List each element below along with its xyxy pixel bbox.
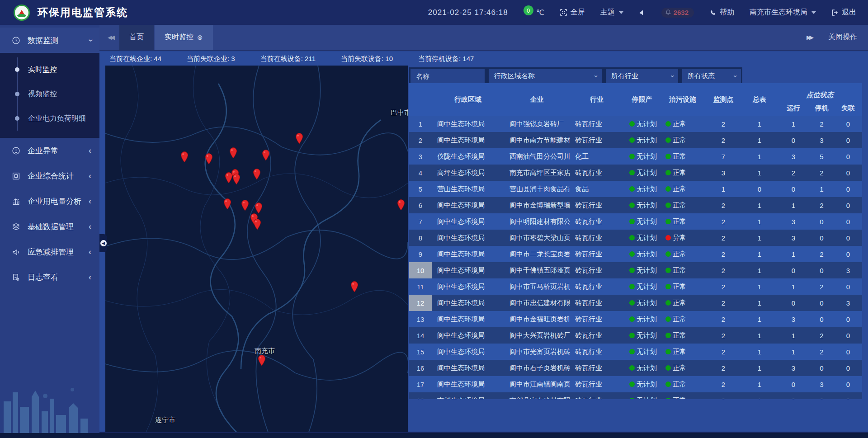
map-location-pin[interactable]	[229, 147, 238, 159]
sidebar-submenu: 实时监控视频监控企业电力负荷明细	[0, 53, 99, 138]
table-row[interactable]: 9阆中生态环境局阆中市二龙长宝页岩砖砖瓦行业无计划正常21120	[409, 246, 862, 262]
cell-company: 阆中市光富页岩机砖厂	[504, 344, 570, 360]
sidebar-subitem-视频监控[interactable]: 视频监控	[0, 82, 99, 106]
log-icon	[12, 273, 20, 282]
table-row[interactable]: 14阆中生态环境局阆中大兴页岩机砖厂砖瓦行业无计划正常21120	[409, 327, 862, 344]
cell-stopped-count: 0	[809, 213, 834, 230]
status-dot-green	[629, 398, 635, 399]
main-content-panel: 当前在线企业: 44当前失联企业: 3当前在线设备: 211当前失联设备: 10…	[99, 51, 868, 432]
cell-running-count: 3	[778, 230, 809, 246]
industry-filter-select[interactable]: 所有行业‹	[606, 69, 678, 83]
cell-offline-count: 3	[834, 262, 862, 278]
cell-production-status: 无计划	[624, 376, 660, 392]
temperature-unit: ℃	[536, 8, 544, 17]
table-row[interactable]: 2阆中生态环境局阆中市南方节能建材有砖瓦行业无计划正常21030	[409, 132, 862, 148]
cell-meter-count: 0	[741, 181, 778, 197]
sidebar-item-企业异常[interactable]: 企业异常‹	[0, 138, 99, 163]
sidebar-item-企业综合统计[interactable]: 企业综合统计‹	[0, 163, 99, 188]
table-row[interactable]: 18南部生态环境局南部县宏泰建材有限公砖瓦行业无计划正常21030	[409, 392, 862, 399]
table-row[interactable]: 10阆中生态环境局阆中千佛镇五郎垭页岩砖瓦行业无计划正常21003	[409, 262, 862, 278]
map-location-pin[interactable]	[241, 199, 250, 211]
table-row[interactable]: 1阆中生态环境局阆中强锐页岩砖厂砖瓦行业无计划正常21120	[409, 116, 862, 132]
cell-region: 阆中生态环境局	[432, 246, 504, 262]
map-location-pin[interactable]	[295, 132, 304, 144]
org-menu[interactable]: 南充市生态环境局	[750, 8, 816, 17]
cell-running-count: 1	[778, 116, 809, 132]
map-location-pin[interactable]	[396, 199, 406, 211]
cell-monitor-count: 2	[705, 376, 741, 392]
map-location-pin[interactable]	[223, 198, 232, 210]
name-filter-input[interactable]	[410, 69, 485, 83]
sidebar-item-应急减排管理[interactable]: 应急减排管理‹	[0, 239, 99, 264]
row-index: 7	[409, 213, 432, 230]
temperature-badge: 0	[524, 5, 533, 15]
table-row[interactable]: 8阆中生态环境局阆中市枣碧大梁山页岩砖瓦行业无计划异常21300	[409, 230, 862, 246]
map-location-pin[interactable]	[252, 168, 261, 180]
cell-meter-count: 1	[741, 311, 778, 327]
logout-button[interactable]: 退出	[831, 8, 856, 17]
row-index: 18	[409, 392, 432, 399]
cell-production-status: 无计划	[624, 197, 660, 213]
stat-当前停机设备: 当前停机设备: 147	[418, 55, 474, 63]
tabs-scroll-right-button[interactable]: ▶▶	[807, 34, 812, 41]
table-row[interactable]: 11阆中生态环境局阆中市五马桥页岩机砖砖瓦行业无计划正常21120	[409, 278, 862, 295]
tab-实时监控[interactable]: 实时监控⊗	[155, 25, 213, 50]
cell-monitor-count: 2	[705, 278, 741, 295]
map-location-pin[interactable]	[261, 149, 270, 161]
tab-close-icon[interactable]: ⊗	[197, 33, 203, 42]
map-location-pin[interactable]	[232, 173, 241, 185]
map-location-pin[interactable]	[257, 354, 266, 366]
table-filters: 行政区域名称‹ 所有行业‹ 所有状态‹	[409, 67, 742, 85]
tab-label: 首页	[129, 33, 144, 42]
header-actions: 2021-02-25 17:46:18 0 ℃ 全屏 主题 2632 帮助 南充…	[428, 8, 868, 18]
table-row[interactable]: 7阆中生态环境局阆中明阳建材有限公司砖瓦行业无计划正常21300	[409, 213, 862, 230]
cell-company: 阆中市二龙长宝页岩砖	[504, 246, 570, 262]
help-button[interactable]: 帮助	[709, 8, 734, 17]
row-index: 3	[409, 148, 432, 165]
tabs-scroll-left-button[interactable]: ◀◀	[99, 25, 119, 50]
table-row[interactable]: 15阆中生态环境局阆中市光富页岩机砖厂砖瓦行业无计划正常21120	[409, 344, 862, 360]
status-label: 正常	[673, 136, 686, 145]
status-label: 无计划	[637, 315, 657, 324]
sound-toggle[interactable]	[639, 9, 646, 16]
table-row[interactable]: 5营山生态环境局营山县润丰肉食品有限食品无计划正常10010	[409, 181, 862, 197]
sidebar-item-企业用电量分析[interactable]: 企业用电量分析‹	[0, 188, 99, 214]
map-location-pin[interactable]	[204, 153, 213, 165]
sidebar-item-基础数据管理[interactable]: 基础数据管理‹	[0, 214, 99, 239]
sidebar-subitem-企业电力负荷明细[interactable]: 企业电力负荷明细	[0, 106, 99, 131]
table-row[interactable]: 17阆中生态环境局阆中市江南镇阆南页岩砖瓦行业无计划正常21030	[409, 376, 862, 392]
fullscreen-button[interactable]: 全屏	[560, 8, 585, 17]
table-row[interactable]: 13阆中生态环境局阆中市金福旺页岩机砖砖瓦行业无计划正常21300	[409, 311, 862, 327]
table-row[interactable]: 3仪陇生态环境局西南油气田分公司川中化工无计划正常71350	[409, 148, 862, 165]
map-location-pin[interactable]	[180, 151, 189, 163]
close-operations-button[interactable]: 关闭操作	[828, 33, 857, 42]
status-filter-select[interactable]: 所有状态‹	[682, 69, 741, 83]
bell-icon	[665, 9, 671, 15]
name-input[interactable]	[416, 72, 479, 80]
cell-offline-count: 0	[834, 213, 862, 230]
sidebar-collapse-button[interactable]: ◀	[99, 234, 107, 252]
region-filter-select[interactable]: 行政区域名称‹	[489, 69, 602, 83]
map-location-pin[interactable]	[253, 218, 262, 230]
map-location-pin[interactable]	[350, 281, 359, 292]
table-row[interactable]: 16阆中生态环境局阆中市石子页岩机砖厂砖瓦行业无计划正常21300	[409, 360, 862, 376]
monitoring-map[interactable]: 巴中市南充市遂宁市	[105, 66, 408, 432]
cell-region: 阆中生态环境局	[432, 197, 504, 213]
cell-meter-count: 1	[741, 262, 778, 278]
sidebar-item-数据监测[interactable]: 数据监测‹	[0, 28, 99, 53]
temperature-indicator: 0 ℃	[524, 8, 544, 17]
table-row[interactable]: 4高坪生态环境局南充市高坪区王家店建砖瓦行业无计划正常31220	[409, 165, 862, 181]
sidebar-subitem-实时监控[interactable]: 实时监控	[0, 57, 99, 82]
notification-badge[interactable]: 2632	[661, 8, 694, 18]
status-dot-red	[665, 235, 671, 240]
status-label: 正常	[673, 152, 686, 161]
table-row[interactable]: 6阆中生态环境局阆中市金博瑞新型墙材砖瓦行业无计划正常21120	[409, 197, 862, 213]
sidebar-item-日志查看[interactable]: 日志查看‹	[0, 264, 99, 290]
table-row[interactable]: 12阆中生态环境局阆中市忠信建材有限公砖瓦行业无计划正常21003	[409, 295, 862, 311]
theme-menu[interactable]: 主题	[600, 8, 623, 17]
status-dot-green	[629, 121, 635, 127]
tab-首页[interactable]: 首页	[119, 25, 154, 50]
cell-running-count: 1	[778, 197, 809, 213]
col-header-running: 运行	[778, 100, 809, 116]
map-location-pin[interactable]	[254, 202, 263, 214]
